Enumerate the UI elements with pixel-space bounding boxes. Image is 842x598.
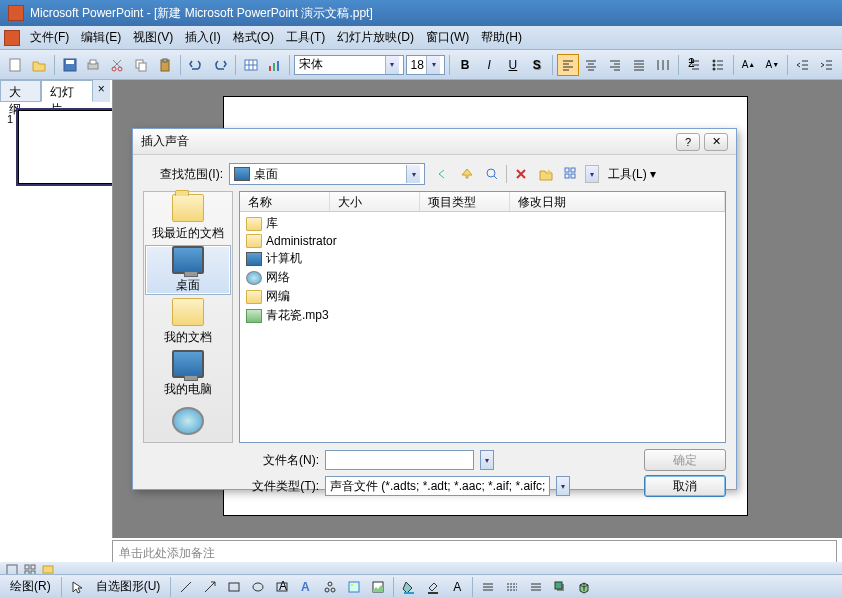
list-item[interactable]: Administrator bbox=[244, 233, 721, 249]
chevron-down-icon[interactable]: ▾ bbox=[426, 56, 440, 74]
menu-edit[interactable]: 编辑(E) bbox=[75, 27, 127, 48]
chart-button[interactable] bbox=[263, 54, 285, 76]
menu-insert[interactable]: 插入(I) bbox=[179, 27, 226, 48]
tools-menu[interactable]: 工具(L) ▾ bbox=[602, 164, 662, 185]
align-left-button[interactable] bbox=[557, 54, 579, 76]
new-button[interactable] bbox=[4, 54, 26, 76]
decrease-indent-button[interactable] bbox=[792, 54, 814, 76]
picture-button[interactable] bbox=[367, 576, 389, 598]
chevron-down-icon[interactable]: ▾ bbox=[385, 56, 399, 74]
decrease-font-button[interactable]: A▼ bbox=[761, 54, 783, 76]
chevron-down-icon[interactable]: ▾ bbox=[406, 165, 420, 183]
menu-help[interactable]: 帮助(H) bbox=[475, 27, 528, 48]
panel-close-button[interactable]: × bbox=[93, 80, 110, 98]
chevron-down-icon[interactable]: ▾ bbox=[556, 476, 570, 496]
filetype-combo[interactable]: 声音文件 (*.adts; *.adt; *.aac; *.aif; *.aif… bbox=[325, 476, 550, 496]
list-item[interactable]: 网络 bbox=[244, 268, 721, 287]
line-button[interactable] bbox=[175, 576, 197, 598]
cancel-button[interactable]: 取消 bbox=[644, 475, 726, 497]
place-mycomputer[interactable]: 我的电脑 bbox=[145, 349, 231, 399]
menu-file[interactable]: 文件(F) bbox=[24, 27, 75, 48]
align-center-button[interactable] bbox=[581, 54, 603, 76]
app-menu-icon[interactable] bbox=[4, 30, 20, 46]
col-modified[interactable]: 修改日期 bbox=[510, 192, 725, 211]
place-desktop[interactable]: 桌面 bbox=[145, 245, 231, 295]
open-button[interactable] bbox=[28, 54, 50, 76]
font-name-combo[interactable]: 宋体 ▾ bbox=[294, 55, 403, 75]
bold-button[interactable]: B bbox=[454, 54, 476, 76]
ok-button[interactable]: 确定 bbox=[644, 449, 726, 471]
increase-font-button[interactable]: A▲ bbox=[738, 54, 760, 76]
arrow-button[interactable] bbox=[199, 576, 221, 598]
help-button[interactable]: ? bbox=[676, 133, 700, 151]
col-size[interactable]: 大小 bbox=[330, 192, 420, 211]
new-folder-button[interactable] bbox=[535, 163, 557, 185]
fill-color-button[interactable] bbox=[398, 576, 420, 598]
arrow-style-button[interactable] bbox=[525, 576, 547, 598]
slide-thumbnail[interactable]: 1 bbox=[18, 110, 118, 184]
textbox-button[interactable]: A bbox=[271, 576, 293, 598]
shadow-style-button[interactable] bbox=[549, 576, 571, 598]
col-name[interactable]: 名称 bbox=[240, 192, 330, 211]
autoshapes-menu[interactable]: 自选图形(U) bbox=[90, 576, 167, 597]
underline-button[interactable]: U bbox=[502, 54, 524, 76]
search-button[interactable] bbox=[481, 163, 503, 185]
rectangle-button[interactable] bbox=[223, 576, 245, 598]
back-button[interactable] bbox=[431, 163, 453, 185]
list-item[interactable]: 青花瓷.mp3 bbox=[244, 306, 721, 325]
shadow-button[interactable]: S bbox=[526, 54, 548, 76]
wordart-button[interactable]: A bbox=[295, 576, 317, 598]
chevron-down-icon[interactable]: ▾ bbox=[480, 450, 494, 470]
place-network[interactable] bbox=[145, 401, 231, 441]
chevron-down-icon[interactable]: ▾ bbox=[585, 165, 599, 183]
file-list[interactable]: 库 Administrator 计算机 网络 网编 青花瓷.mp3 bbox=[240, 212, 725, 327]
font-color-button[interactable]: A bbox=[446, 576, 468, 598]
tab-slides[interactable]: 幻灯片 bbox=[41, 80, 93, 102]
paste-button[interactable] bbox=[154, 54, 176, 76]
col-type[interactable]: 项目类型 bbox=[420, 192, 510, 211]
oval-button[interactable] bbox=[247, 576, 269, 598]
line-color-button[interactable] bbox=[422, 576, 444, 598]
select-objects-button[interactable] bbox=[66, 576, 88, 598]
undo-button[interactable] bbox=[185, 54, 207, 76]
table-button[interactable] bbox=[240, 54, 262, 76]
delete-button[interactable] bbox=[510, 163, 532, 185]
menu-window[interactable]: 窗口(W) bbox=[420, 27, 475, 48]
filename-combo[interactable] bbox=[325, 450, 474, 470]
look-in-combo[interactable]: 桌面 ▾ bbox=[229, 163, 425, 185]
distribute-button[interactable] bbox=[652, 54, 674, 76]
tab-outline[interactable]: 大纲 bbox=[0, 80, 41, 102]
line-style-button[interactable] bbox=[477, 576, 499, 598]
cut-button[interactable] bbox=[106, 54, 128, 76]
copy-button[interactable] bbox=[130, 54, 152, 76]
dash-style-button[interactable] bbox=[501, 576, 523, 598]
menu-slideshow[interactable]: 幻灯片放映(D) bbox=[331, 27, 420, 48]
menu-tools[interactable]: 工具(T) bbox=[280, 27, 331, 48]
place-mydocs[interactable]: 我的文档 bbox=[145, 297, 231, 347]
bullets-button[interactable] bbox=[707, 54, 729, 76]
clipart-button[interactable] bbox=[343, 576, 365, 598]
dialog-titlebar[interactable]: 插入声音 ? ✕ bbox=[133, 129, 736, 155]
up-button[interactable] bbox=[456, 163, 478, 185]
svg-rect-37 bbox=[404, 592, 414, 594]
draw-menu[interactable]: 绘图(R) bbox=[4, 576, 57, 597]
italic-button[interactable]: I bbox=[478, 54, 500, 76]
menu-format[interactable]: 格式(O) bbox=[227, 27, 280, 48]
font-size-combo[interactable]: 18 ▾ bbox=[406, 55, 446, 75]
diagram-button[interactable] bbox=[319, 576, 341, 598]
views-button[interactable] bbox=[560, 163, 582, 185]
align-right-button[interactable] bbox=[604, 54, 626, 76]
place-recent[interactable]: 我最近的文档 bbox=[145, 193, 231, 243]
numbering-button[interactable]: 12 bbox=[683, 54, 705, 76]
close-button[interactable]: ✕ bbox=[704, 133, 728, 151]
3d-style-button[interactable] bbox=[573, 576, 595, 598]
list-item[interactable]: 库 bbox=[244, 214, 721, 233]
list-item[interactable]: 计算机 bbox=[244, 249, 721, 268]
increase-indent-button[interactable] bbox=[816, 54, 838, 76]
list-item[interactable]: 网编 bbox=[244, 287, 721, 306]
align-justify-button[interactable] bbox=[628, 54, 650, 76]
print-button[interactable] bbox=[83, 54, 105, 76]
menu-view[interactable]: 视图(V) bbox=[127, 27, 179, 48]
save-button[interactable] bbox=[59, 54, 81, 76]
redo-button[interactable] bbox=[209, 54, 231, 76]
